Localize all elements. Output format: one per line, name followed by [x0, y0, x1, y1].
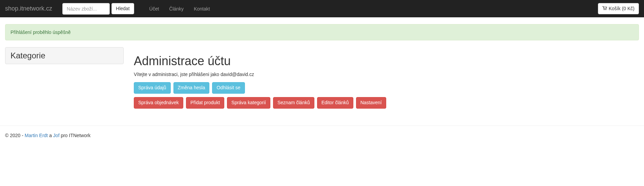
categories-panel: Kategorie: [5, 47, 124, 64]
add-product-button[interactable]: Přidat produkt: [186, 97, 224, 109]
author2-link[interactable]: Jof: [53, 133, 60, 138]
sidebar: Kategorie: [0, 47, 129, 112]
manage-orders-button[interactable]: Správa objednávek: [134, 97, 183, 109]
search-button[interactable]: Hledat: [111, 3, 134, 15]
main-content: Administrace účtu Vítejte v administraci…: [129, 47, 644, 112]
footer-divider: [0, 126, 644, 126]
articles-list-button[interactable]: Seznam článků: [273, 97, 314, 109]
admin-button-row: Správa objednávek Přidat produkt Správa …: [134, 97, 639, 109]
alert-message: Přihlášení proběhlo úspěšně: [11, 30, 70, 35]
content-row: Kategorie Administrace účtu Vítejte v ad…: [0, 47, 644, 112]
brand-link[interactable]: shop.itnetwork.cz: [0, 0, 57, 17]
manage-details-button[interactable]: Správa údajů: [134, 82, 171, 94]
nav-link-articles[interactable]: Články: [164, 1, 189, 17]
alert-success: Přihlášení proběhlo úspěšně: [5, 24, 639, 40]
nav-link-contact[interactable]: Kontakt: [189, 1, 215, 17]
page-title: Administrace účtu: [134, 54, 639, 68]
copyright-prefix: © 2020 -: [5, 133, 25, 138]
articles-editor-button[interactable]: Editor článků: [317, 97, 353, 109]
welcome-text: Vítejte v administraci, jste přihlášeni …: [134, 72, 639, 77]
navbar: shop.itnetwork.cz Hledat Účet Články Kon…: [0, 0, 644, 17]
cart-button[interactable]: Košík (0 Kč): [598, 3, 639, 15]
svg-point-0: [604, 9, 605, 10]
navbar-right: Košík (0 Kč): [598, 3, 644, 15]
footer-suffix: pro ITNetwork: [60, 133, 91, 138]
settings-button[interactable]: Nastavení: [356, 97, 386, 109]
search-input[interactable]: [62, 3, 110, 15]
manage-categories-button[interactable]: Správa kategorií: [227, 97, 270, 109]
cart-icon: [602, 5, 607, 12]
change-password-button[interactable]: Změna hesla: [173, 82, 210, 94]
svg-point-1: [605, 9, 606, 10]
nav-link-account[interactable]: Účet: [144, 1, 164, 17]
search-form: Hledat: [57, 0, 139, 17]
cart-label: Košík (0 Kč): [609, 5, 635, 12]
categories-heading: Kategorie: [5, 48, 123, 64]
author1-link[interactable]: Martin Erdt: [25, 133, 48, 138]
logout-button[interactable]: Odhlásit se: [212, 82, 245, 94]
nav-links: Účet Články Kontakt: [144, 1, 215, 17]
user-button-row: Správa údajů Změna hesla Odhlásit se: [134, 82, 639, 94]
footer-separator: a: [48, 133, 53, 138]
footer: © 2020 - Martin Erdt a Jof pro ITNetwork: [0, 133, 644, 145]
